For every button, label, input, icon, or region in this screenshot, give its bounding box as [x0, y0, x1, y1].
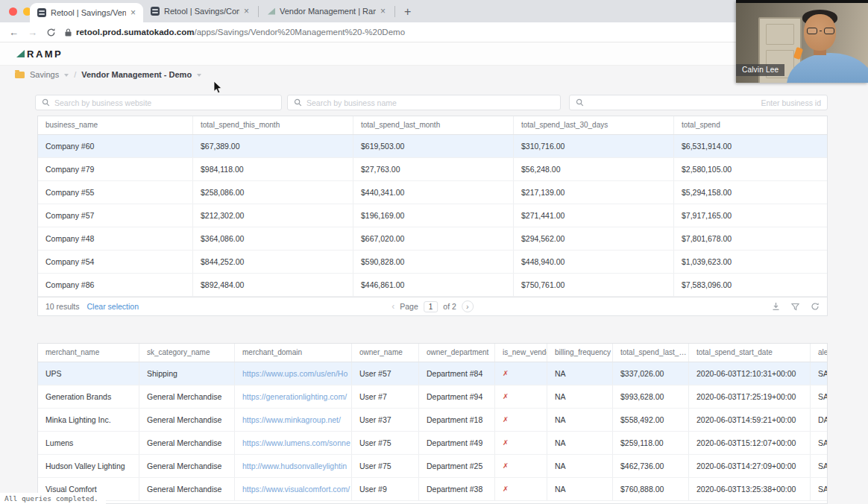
column-header[interactable]: merchant_domain	[234, 344, 351, 362]
table-row[interactable]: Company #48 $364,086.00 $667,020.00 $294…	[38, 227, 827, 251]
cell-category: General Merchandise	[139, 478, 234, 500]
cell-department: Department #18	[418, 409, 494, 431]
cell-domain-link[interactable]: https://www.lumens.com/sonne	[234, 432, 351, 454]
table-footer: 10 results Clear selection ‹ Page 1 of 2…	[38, 297, 827, 315]
tab-retool-command-center[interactable]: Retool | Savings/Command Ce ×	[143, 0, 257, 22]
search-by-website-field[interactable]	[35, 95, 282, 110]
search-by-name-field[interactable]	[287, 95, 561, 110]
cell-billing-frequency: NA	[547, 455, 612, 477]
table-row[interactable]: UPS Shipping https://www.ups.com/us/en/H…	[38, 362, 827, 385]
column-header[interactable]: sk_category_name	[139, 344, 234, 362]
cell-department: Department #49	[418, 432, 494, 454]
next-page-icon[interactable]: ›	[462, 300, 474, 312]
close-tab-icon[interactable]: ×	[380, 6, 386, 16]
cell-spend: $1,039,623.00	[673, 251, 828, 273]
column-header[interactable]: total_spend_last_month	[353, 116, 513, 134]
cell-spend: $619,503.00	[353, 135, 513, 157]
cell-domain-link[interactable]: http://www.hudsonvalleylightin	[234, 455, 351, 477]
cell-new-vendor-x-icon: ✗	[494, 362, 547, 385]
column-header[interactable]: billing_frequency	[547, 344, 612, 362]
cell-spend: $558,492.00	[612, 409, 688, 431]
filter-icon[interactable]	[791, 303, 799, 311]
cell-domain-link[interactable]: https://www.ups.com/us/en/Ho	[234, 362, 351, 385]
cell-new-vendor-x-icon: ✗	[494, 409, 547, 431]
column-header[interactable]: total_spend_last_30_days	[612, 344, 688, 362]
column-header[interactable]: business_name	[38, 116, 192, 134]
chevron-down-icon[interactable]	[197, 74, 201, 77]
table-row[interactable]: Hudson Valley Lighting General Merchandi…	[38, 455, 827, 478]
cell-start-date: 2020-06-03T14:27:09+00:00	[688, 455, 810, 477]
breadcrumb-folder[interactable]: Savings	[30, 70, 59, 79]
folder-icon	[15, 72, 25, 78]
cell-start-date: 2020-06-03T14:59:21+00:00	[688, 409, 810, 431]
retool-favicon-icon	[151, 7, 160, 16]
table-tools	[772, 302, 820, 311]
cell-domain-link[interactable]: https://www.minkagroup.net/	[234, 409, 351, 431]
column-header[interactable]: total_spend_start_date	[688, 344, 810, 362]
cell-alert-status: SAFE	[810, 432, 828, 454]
cell-spend: $5,294,158.00	[673, 181, 828, 204]
prev-page-icon[interactable]: ‹	[391, 301, 394, 312]
table-row[interactable]: Company #54 $844,252.00 $590,828.00 $448…	[38, 251, 827, 274]
business-id-field[interactable]	[569, 95, 828, 110]
url-field[interactable]: retool.prod.sumatokado.com/apps/Savings/…	[65, 28, 405, 37]
back-icon[interactable]: ←	[9, 27, 19, 38]
search-name-input[interactable]	[306, 98, 554, 107]
cell-spend: $844,252.00	[192, 251, 353, 273]
tab-ramp-vendor-management[interactable]: Vendor Management | Ramp ×	[260, 0, 393, 22]
cell-category: Shipping	[139, 362, 234, 385]
tab-retool-vendor-management[interactable]: Retool | Savings/Vendor Mana ×	[30, 3, 143, 22]
cell-billing-frequency: NA	[547, 478, 612, 500]
cell-spend: $259,118.00	[612, 432, 688, 454]
cell-spend: $310,716.00	[513, 135, 673, 157]
page-label: Page	[400, 302, 418, 311]
column-header[interactable]: total_spend	[673, 116, 828, 134]
table-row[interactable]: Company #57 $212,302.00 $196,169.00 $271…	[38, 204, 827, 227]
download-icon[interactable]	[772, 302, 780, 311]
cell-owner: User #75	[351, 455, 418, 477]
forward-icon[interactable]: →	[28, 27, 37, 38]
table-row[interactable]: Company #86 $892,484.00 $446,861.00 $750…	[38, 274, 827, 297]
close-tab-icon[interactable]: ×	[244, 6, 249, 16]
close-tab-icon[interactable]: ×	[130, 7, 136, 18]
chevron-down-icon[interactable]	[64, 74, 69, 77]
table-row[interactable]: Lumens General Merchandise https://www.l…	[38, 432, 827, 455]
breadcrumb-page[interactable]: Vendor Management - Demo	[81, 70, 192, 79]
results-count: 10 results	[45, 302, 80, 311]
column-header[interactable]: merchant_name	[38, 344, 139, 362]
cell-business-name: Company #79	[38, 158, 192, 180]
tab-title: Retool | Savings/Vendor Mana	[51, 8, 126, 17]
cell-spend: $750,761.00	[513, 274, 673, 296]
cell-owner: User #75	[351, 432, 418, 454]
column-header[interactable]: total_spend_this_month	[192, 116, 353, 134]
ramp-logo-text: RAMP	[27, 48, 63, 60]
page-number-input[interactable]: 1	[424, 301, 438, 312]
reload-icon[interactable]	[46, 28, 56, 37]
cell-start-date: 2020-06-03T13:25:38+00:00	[688, 478, 810, 500]
column-header[interactable]: alert_status	[810, 344, 828, 362]
table-row[interactable]: Minka Lighting Inc. General Merchandise …	[38, 409, 827, 432]
cell-alert-status: SAFE	[810, 455, 828, 477]
column-header[interactable]: owner_name	[351, 344, 418, 362]
table-row[interactable]: Generation Brands General Merchandise ht…	[38, 385, 827, 409]
table-row[interactable]: Company #60 $67,389.00 $619,503.00 $310,…	[38, 135, 827, 158]
table-row[interactable]: Company #79 $984,118.00 $27,763.00 $56,2…	[38, 158, 827, 181]
table-row[interactable]: Company #55 $258,086.00 $440,341.00 $217…	[38, 181, 827, 204]
browser-tabs: Retool | Savings/Vendor Mana × Retool | …	[30, 0, 411, 22]
new-tab-button[interactable]: +	[404, 5, 411, 19]
business-id-input[interactable]	[588, 98, 821, 107]
cell-domain-link[interactable]: https://generationlighting.com/	[234, 385, 351, 408]
column-header[interactable]: owner_department	[418, 344, 494, 362]
close-window-button[interactable]	[9, 7, 17, 16]
cell-department: Department #25	[418, 455, 494, 477]
column-header[interactable]: total_spend_last_30_days	[513, 116, 673, 134]
cell-spend: $7,917,165.00	[673, 204, 828, 227]
search-website-input[interactable]	[54, 98, 275, 107]
cell-domain-link[interactable]: https://www.visualcomfort.com/	[234, 478, 351, 500]
column-header[interactable]: is_new_vendor	[494, 344, 547, 362]
refresh-icon[interactable]	[811, 302, 820, 311]
cell-spend: $364,086.00	[192, 227, 353, 250]
cell-spend: $217,139.00	[513, 181, 673, 204]
table-row[interactable]: Visual Comfort General Merchandise https…	[38, 478, 827, 501]
clear-selection-link[interactable]: Clear selection	[87, 302, 139, 311]
